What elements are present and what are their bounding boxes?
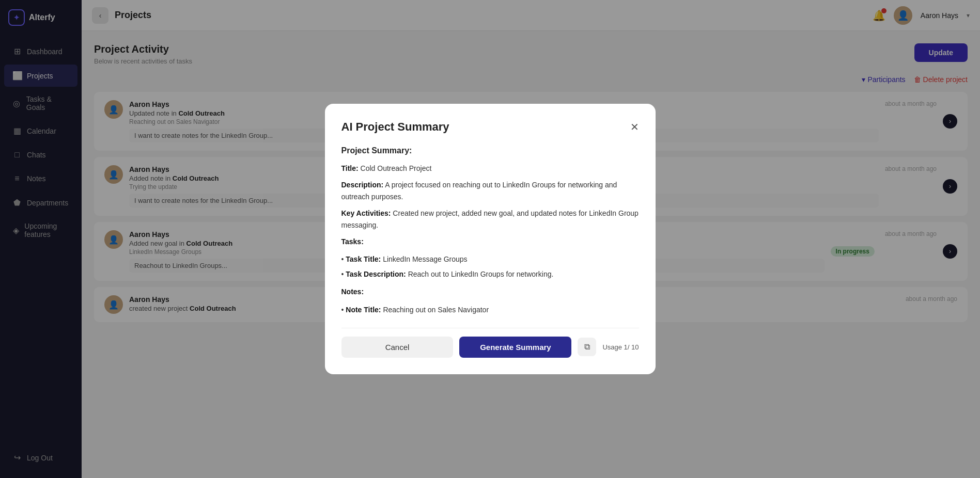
notes-title: Notes: (341, 288, 364, 296)
modal-title: AI Project Summary (341, 120, 449, 134)
task-title-label: Task Title: (346, 255, 381, 263)
modal-footer: Cancel Generate Summary ⧉ Usage 1/ 10 (341, 328, 639, 358)
ai-summary-modal: AI Project Summary ✕ Project Summary: Ti… (325, 104, 656, 374)
modal-body: Project Summary: Title: Cold Outreach Pr… (341, 146, 639, 315)
note-item: • Note Title: Reaching out on Sales Navi… (341, 304, 639, 315)
modal-section-title: Project Summary: (341, 146, 639, 155)
tasks-list: • Task Title: LinkedIn Message Groups • … (341, 253, 639, 280)
generate-summary-button[interactable]: Generate Summary (459, 337, 571, 358)
task-desc-label: Task Description: (346, 270, 406, 278)
notes-list: • Note Title: Reaching out on Sales Navi… (341, 304, 639, 315)
modal-overlay[interactable]: AI Project Summary ✕ Project Summary: Ti… (0, 0, 980, 478)
modal-close-button[interactable]: ✕ (630, 122, 639, 132)
note-title-label: Note Title: (346, 306, 381, 314)
task-item: • Task Title: LinkedIn Message Groups (341, 253, 639, 265)
note-title-value: Reaching out on Sales Navigator (383, 306, 489, 314)
title-value: Cold Outreach Project (361, 164, 432, 172)
copy-icon: ⧉ (584, 342, 590, 352)
tasks-title: Tasks: (341, 237, 364, 246)
modal-notes-section: Notes: • Note Title: Reaching out on Sal… (341, 286, 639, 315)
task-desc-item: • Task Description: Reach out to LinkedI… (341, 268, 639, 280)
modal-description-field: Description: A project focused on reachi… (341, 179, 639, 202)
title-label: Title: (341, 164, 359, 172)
modal-title-field: Title: Cold Outreach Project (341, 163, 639, 174)
modal-header: AI Project Summary ✕ (341, 120, 639, 134)
modal-tasks-section: Tasks: • Task Title: LinkedIn Message Gr… (341, 236, 639, 280)
modal-key-activities-field: Key Activities: Created new project, add… (341, 208, 639, 231)
task-desc-value: Reach out to LinkedIn Groups for network… (408, 270, 554, 278)
task-title-value: LinkedIn Message Groups (383, 255, 467, 263)
copy-button[interactable]: ⧉ (578, 338, 596, 356)
cancel-button[interactable]: Cancel (341, 337, 454, 358)
description-label: Description: (341, 181, 384, 189)
usage-text: Usage 1/ 10 (602, 343, 639, 351)
key-activities-label: Key Activities: (341, 209, 391, 217)
